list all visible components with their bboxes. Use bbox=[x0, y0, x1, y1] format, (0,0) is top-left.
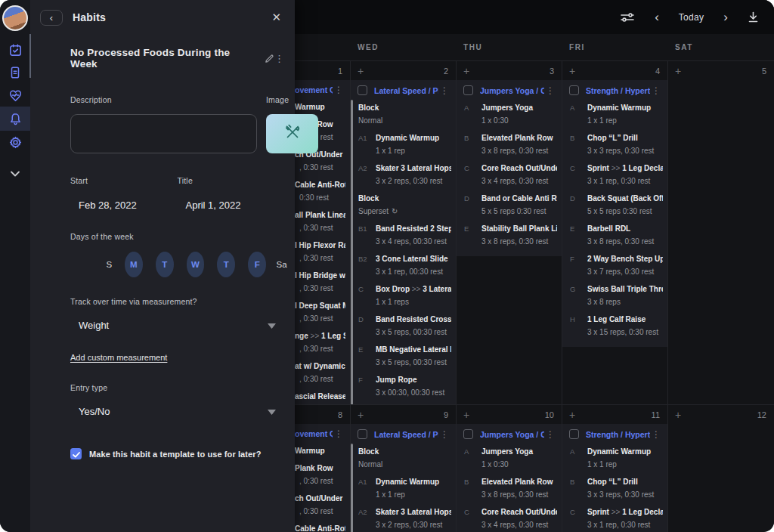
add-workout-button[interactable]: + bbox=[358, 410, 364, 420]
exercise-row[interactable]: AJumpers Yoga1 x 0:30 bbox=[457, 99, 562, 129]
exercise-row[interactable]: FJump Rope3 x 00:30, 00:30 rest bbox=[351, 371, 456, 401]
description-input[interactable] bbox=[70, 114, 257, 153]
workout-title[interactable]: Strength / Hypertro... bbox=[586, 86, 650, 95]
exercise-row[interactable]: CCore Reach Out/Under3 x 4 reps, 0:30 re… bbox=[457, 503, 562, 532]
exercise-row[interactable]: Cable Anti-Rotati...0:30 rest bbox=[295, 176, 350, 206]
sidebar-item-settings[interactable] bbox=[0, 131, 30, 153]
workout-kebab-icon[interactable]: ⋮ bbox=[650, 86, 662, 95]
exercise-row[interactable]: BChop “L” Drill3 x 3 reps, 0:30 rest bbox=[562, 129, 667, 159]
workout-kebab-icon[interactable]: ⋮ bbox=[650, 430, 662, 439]
day-toggle-f[interactable]: F bbox=[248, 252, 266, 277]
exercise-row[interactable]: BElevated Plank Row3 x 8 reps, 0:30 rest bbox=[457, 129, 562, 159]
habit-image-thumbnail[interactable] bbox=[266, 114, 318, 153]
exercise-row[interactable]: CSprint >> 1 Leg Declarations3 x 1 rep, … bbox=[562, 503, 667, 532]
add-workout-button[interactable]: + bbox=[569, 410, 575, 420]
workout-kebab-icon[interactable]: ⋮ bbox=[544, 430, 556, 439]
exercise-row[interactable]: nge >> 1 Leg St..., 0:30 rest bbox=[295, 327, 350, 357]
add-workout-button[interactable]: + bbox=[463, 410, 469, 420]
exercise-row[interactable]: l Deep Squat Mo..., 0:30 rest bbox=[295, 297, 350, 327]
workout-title[interactable]: Lateral Speed / Plyo bbox=[374, 86, 438, 95]
exercise-row[interactable]: EStability Ball Plank Linear ...3 x 8 re… bbox=[457, 220, 562, 250]
day-toggle-t[interactable]: T bbox=[156, 252, 174, 277]
exercise-row[interactable]: ch Out/Under, 0:30 rest bbox=[295, 490, 350, 520]
workout-title[interactable]: Jumpers Yoga / Core bbox=[480, 430, 544, 439]
workout-checkbox[interactable] bbox=[569, 429, 579, 439]
day-toggle-s[interactable]: S bbox=[101, 252, 119, 277]
sidebar-item-health[interactable] bbox=[0, 84, 30, 107]
add-workout-button[interactable]: + bbox=[463, 66, 469, 76]
exercise-row[interactable]: GSwiss Ball Triple Threat3 x 8 reps bbox=[562, 280, 667, 311]
exercise-row[interactable]: ascial Release C... bbox=[295, 388, 350, 404]
exercise-row[interactable]: A2Skater 3 Lateral Hops >> ...3 x 2 reps… bbox=[351, 159, 456, 190]
exercise-row[interactable]: B23 Cone Lateral Slide3 x 1 rep, 00:30 r… bbox=[351, 250, 456, 280]
next-week-button[interactable]: › bbox=[723, 11, 728, 23]
workout-title[interactable]: ovement Q... bbox=[295, 85, 333, 94]
exercise-row[interactable]: H1 Leg Calf Raise3 x 15 reps, 0:30 rest bbox=[562, 311, 667, 341]
workout-checkbox[interactable] bbox=[358, 85, 367, 95]
exercise-row[interactable]: A2Skater 3 Lateral Hops >> ...3 x 2 reps… bbox=[351, 503, 456, 532]
start-date-value[interactable]: Feb 28, 2022 bbox=[79, 200, 178, 211]
back-button[interactable]: ‹ bbox=[40, 10, 63, 26]
exercise-row[interactable]: AJumpers Yoga1 x 0:30 bbox=[457, 443, 562, 473]
workout-title[interactable]: ovement Q... bbox=[295, 429, 333, 438]
today-button[interactable]: Today bbox=[679, 12, 704, 23]
workout-checkbox[interactable] bbox=[358, 429, 367, 439]
workout-kebab-icon[interactable]: ⋮ bbox=[438, 430, 450, 439]
workout-checkbox[interactable] bbox=[463, 85, 473, 95]
day-toggle-t[interactable]: T bbox=[217, 252, 235, 277]
exercise-row[interactable]: DBand Resisted Crossover...3 x 5 reps, 0… bbox=[351, 311, 456, 341]
workout-checkbox[interactable] bbox=[463, 429, 473, 439]
exercise-row[interactable]: DBand or Cable Anti Rotati...5 x 5 reps … bbox=[457, 190, 562, 220]
sidebar-item-calendar[interactable] bbox=[0, 39, 30, 61]
exercise-row[interactable]: BChop “L” Drill3 x 3 reps, 0:30 rest bbox=[562, 473, 667, 503]
entry-type-select[interactable]: Yes/No bbox=[70, 404, 284, 418]
add-workout-button[interactable]: + bbox=[358, 66, 364, 76]
avatar[interactable] bbox=[2, 5, 28, 31]
exercise-row[interactable]: all Plank Linear ..., 0:30 rest bbox=[295, 206, 350, 237]
panel-scrollbar[interactable] bbox=[29, 34, 31, 78]
exercise-row[interactable]: A1Dynamic Warmup1 x 1 rep bbox=[351, 129, 456, 159]
exercise-row[interactable]: Plank Row, 0:30 rest bbox=[295, 459, 350, 490]
day-toggle-m[interactable]: M bbox=[125, 252, 143, 277]
workout-kebab-icon[interactable]: ⋮ bbox=[438, 86, 450, 95]
exercise-row[interactable]: Warmup bbox=[295, 442, 350, 459]
template-checkbox[interactable] bbox=[70, 448, 82, 459]
card-scrollbar[interactable] bbox=[351, 444, 353, 532]
end-date-value[interactable]: April 1, 2022 bbox=[186, 200, 285, 211]
add-workout-button[interactable]: + bbox=[569, 66, 575, 76]
add-workout-button[interactable]: + bbox=[675, 66, 681, 76]
sidebar-item-notifications[interactable] bbox=[0, 107, 30, 131]
exercise-row[interactable]: A1Dynamic Warmup1 x 1 rep bbox=[351, 473, 456, 503]
day-toggle-w[interactable]: W bbox=[187, 252, 205, 277]
workout-title[interactable]: Lateral Speed / Plyo bbox=[374, 430, 438, 439]
exercise-row[interactable]: DBack Squat (Back Off Set)5 x 5 reps 0:3… bbox=[562, 190, 667, 220]
sidebar-item-more[interactable] bbox=[0, 162, 30, 185]
exercise-row[interactable]: CSprint >> 1 Leg Declarations3 x 1 rep, … bbox=[562, 159, 667, 190]
workout-title[interactable]: Strength / Hypertro... bbox=[586, 430, 650, 439]
exercise-row[interactable]: l Hip Flexor Rais..., 0:30 rest bbox=[295, 237, 350, 267]
prev-week-button[interactable]: ‹ bbox=[655, 11, 659, 23]
workout-kebab-icon[interactable]: ⋮ bbox=[333, 429, 345, 438]
exercise-row[interactable]: ADynamic Warmup1 x 1 rep bbox=[562, 443, 667, 473]
workout-checkbox[interactable] bbox=[569, 85, 579, 95]
exercise-row[interactable]: EBarbell RDL3 x 8 reps, 0:30 rest bbox=[562, 220, 667, 250]
filter-sliders-icon[interactable] bbox=[620, 12, 635, 23]
exercise-row[interactable]: EMB Negative Lateral Hop...3 x 5 reps, 0… bbox=[351, 341, 456, 371]
workout-kebab-icon[interactable]: ⋮ bbox=[333, 85, 345, 94]
card-scrollbar[interactable] bbox=[351, 100, 353, 404]
exercise-row[interactable]: GCross Footwork Jump Rope3 x 00:30, 00:3… bbox=[351, 401, 456, 404]
close-icon[interactable]: ✕ bbox=[268, 9, 284, 26]
workout-kebab-icon[interactable]: ⋮ bbox=[544, 86, 556, 95]
workout-title[interactable]: Jumpers Yoga / Core bbox=[480, 86, 544, 95]
exercise-row[interactable]: at w/ Dynamic P..., 0:30 rest bbox=[295, 357, 350, 388]
exercise-row[interactable]: CCore Reach Out/Under3 x 4 reps, 0:30 re… bbox=[457, 159, 562, 190]
measurement-select[interactable]: Weight bbox=[70, 318, 284, 332]
download-icon[interactable] bbox=[748, 11, 759, 23]
exercise-row[interactable]: CBox Drop >> 3 Lateral H...1 x 1 reps bbox=[351, 280, 456, 311]
exercise-row[interactable]: F2 Way Bench Step Up3 x 7 reps, 0:30 res… bbox=[562, 250, 667, 280]
exercise-row[interactable]: ADynamic Warmup1 x 1 rep bbox=[562, 99, 667, 129]
exercise-row[interactable]: B1Band Resisted 2 Step Late...3 x 4 reps… bbox=[351, 220, 456, 250]
habit-kebab-icon[interactable]: ⋮ bbox=[274, 53, 284, 64]
exercise-row[interactable]: l Hip Bridge w/ ..., 0:30 rest bbox=[295, 267, 350, 297]
add-custom-measurement-link[interactable]: Add custom measurement bbox=[70, 353, 167, 362]
